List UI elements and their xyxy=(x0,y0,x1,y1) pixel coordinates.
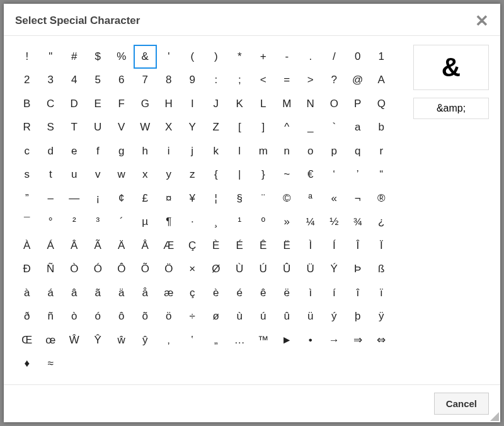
char-cell[interactable]: v xyxy=(86,163,110,187)
char-cell[interactable]: s xyxy=(15,163,39,187)
char-cell[interactable]: à xyxy=(15,281,39,305)
char-cell[interactable]: Ä xyxy=(110,234,134,258)
char-cell[interactable]: Ó xyxy=(86,258,110,282)
char-cell[interactable]: ® xyxy=(370,187,394,210)
char-cell[interactable]: n xyxy=(275,139,299,163)
char-cell[interactable]: } xyxy=(251,163,275,187)
char-cell[interactable]: r xyxy=(370,139,394,163)
char-cell[interactable]: ì xyxy=(299,281,323,305)
char-cell[interactable]: ÿ xyxy=(370,305,394,329)
char-cell[interactable]: d xyxy=(39,139,63,163)
char-cell[interactable]: á xyxy=(39,281,63,305)
char-cell[interactable]: o xyxy=(299,139,323,163)
char-cell[interactable]: â xyxy=(62,281,86,305)
char-cell[interactable]: Û xyxy=(275,258,299,282)
char-cell[interactable]: ã xyxy=(86,281,110,305)
char-cell[interactable]: A xyxy=(370,69,394,93)
char-cell[interactable]: å xyxy=(134,281,158,305)
char-cell[interactable]: e xyxy=(62,139,86,163)
char-cell[interactable]: ` xyxy=(323,116,346,140)
char-cell[interactable]: Q xyxy=(370,92,394,116)
char-cell[interactable]: ½ xyxy=(323,210,346,234)
char-cell[interactable]: Ù xyxy=(228,258,252,282)
char-cell[interactable]: & xyxy=(134,45,158,69)
char-cell[interactable]: k xyxy=(204,139,228,163)
char-cell[interactable]: l xyxy=(228,139,252,163)
char-cell[interactable]: ª xyxy=(299,187,323,210)
char-cell[interactable]: ¢ xyxy=(110,187,134,210)
char-cell[interactable]: ? xyxy=(323,69,346,93)
char-cell[interactable]: j xyxy=(181,139,205,163)
char-cell[interactable]: Z xyxy=(204,116,228,140)
char-cell[interactable]: < xyxy=(251,69,275,93)
char-cell[interactable]: + xyxy=(251,45,275,69)
char-cell[interactable]: ' xyxy=(157,45,181,69)
char-cell[interactable]: 8 xyxy=(157,69,181,93)
char-cell[interactable]: ♦ xyxy=(15,352,39,376)
char-cell[interactable]: ¸ xyxy=(204,210,228,234)
char-cell[interactable]: ú xyxy=(251,305,275,329)
char-cell[interactable]: Ö xyxy=(157,258,181,282)
char-cell[interactable]: ( xyxy=(181,45,205,69)
char-cell[interactable]: z xyxy=(181,163,205,187)
char-cell[interactable]: ¶ xyxy=(157,210,181,234)
char-cell[interactable]: ; xyxy=(228,69,252,93)
char-cell[interactable]: ä xyxy=(110,281,134,305)
char-cell[interactable]: « xyxy=(323,187,346,210)
char-cell[interactable]: K xyxy=(228,92,252,116)
char-cell[interactable]: ™ xyxy=(251,328,275,352)
char-cell[interactable]: ç xyxy=(181,281,205,305)
char-cell[interactable]: D xyxy=(62,92,86,116)
char-cell[interactable]: * xyxy=(228,45,252,69)
char-cell[interactable]: – xyxy=(39,187,63,210)
char-cell[interactable]: [ xyxy=(228,116,252,140)
char-cell[interactable]: I xyxy=(181,92,205,116)
char-cell[interactable]: ñ xyxy=(39,305,63,329)
char-cell[interactable]: h xyxy=(134,139,158,163)
char-cell[interactable]: „ xyxy=(204,328,228,352)
char-cell[interactable]: 6 xyxy=(110,69,134,93)
char-cell[interactable]: ó xyxy=(86,305,110,329)
char-cell[interactable]: g xyxy=(110,139,134,163)
char-cell[interactable]: 4 xyxy=(62,69,86,93)
char-cell[interactable]: ð xyxy=(15,305,39,329)
char-cell[interactable]: ► xyxy=(275,328,299,352)
char-cell[interactable]: P xyxy=(346,92,370,116)
char-cell[interactable]: õ xyxy=(134,305,158,329)
char-cell[interactable]: ³ xyxy=(86,210,110,234)
char-cell[interactable]: ¤ xyxy=(157,187,181,210)
char-cell[interactable]: Ç xyxy=(181,234,205,258)
char-cell[interactable]: ÷ xyxy=(181,305,205,329)
char-cell[interactable]: ! xyxy=(15,45,39,69)
char-cell[interactable]: ~ xyxy=(275,163,299,187)
char-cell[interactable]: U xyxy=(86,116,110,140)
char-cell[interactable]: ù xyxy=(228,305,252,329)
char-cell[interactable]: B xyxy=(15,92,39,116)
char-cell[interactable]: “ xyxy=(370,163,394,187)
char-cell[interactable]: $ xyxy=(86,45,110,69)
char-cell[interactable]: ¥ xyxy=(181,187,205,210)
char-cell[interactable]: Ŷ xyxy=(86,328,110,352)
char-cell[interactable]: " xyxy=(39,45,63,69)
char-cell[interactable]: ⇔ xyxy=(370,328,394,352)
char-cell[interactable]: è xyxy=(204,281,228,305)
char-cell[interactable]: u xyxy=(62,163,86,187)
char-cell[interactable]: Ã xyxy=(86,234,110,258)
char-cell[interactable]: G xyxy=(134,92,158,116)
resize-handle[interactable] xyxy=(490,412,499,421)
char-cell[interactable]: © xyxy=(275,187,299,210)
char-cell[interactable]: S xyxy=(39,116,63,140)
char-cell[interactable]: € xyxy=(299,163,323,187)
char-cell[interactable]: Æ xyxy=(157,234,181,258)
char-cell[interactable]: Þ xyxy=(346,258,370,282)
char-cell[interactable]: ² xyxy=(62,210,86,234)
char-cell[interactable]: 9 xyxy=(181,69,205,93)
char-cell[interactable]: ŵ xyxy=(110,328,134,352)
char-cell[interactable]: . xyxy=(299,45,323,69)
char-cell[interactable]: » xyxy=(275,210,299,234)
char-cell[interactable]: % xyxy=(110,45,134,69)
char-cell[interactable]: m xyxy=(251,139,275,163)
char-cell[interactable]: ü xyxy=(299,305,323,329)
char-cell[interactable]: Á xyxy=(39,234,63,258)
char-cell[interactable]: J xyxy=(204,92,228,116)
